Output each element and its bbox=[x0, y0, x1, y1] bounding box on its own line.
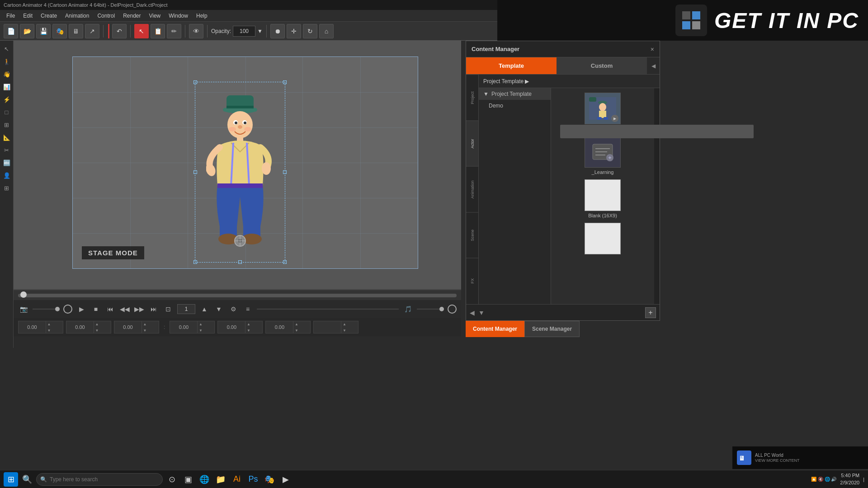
num-up-5[interactable]: ▲ bbox=[245, 321, 251, 327]
eye-btn[interactable]: 👁 bbox=[189, 24, 203, 38]
taskbar-search[interactable]: 🔍 bbox=[36, 473, 163, 486]
handle-br[interactable] bbox=[283, 260, 287, 264]
toolbar-btn-5[interactable]: 🖥 bbox=[69, 24, 83, 38]
prev-frame-btn[interactable]: ◀◀ bbox=[119, 304, 130, 314]
taskbar-ps[interactable]: Ps bbox=[246, 472, 260, 487]
num-dn-3[interactable]: ▼ bbox=[142, 327, 148, 333]
menu-window[interactable]: Window bbox=[165, 12, 192, 20]
cm-prev-arrow[interactable]: ◀ bbox=[470, 309, 475, 316]
num-field-4[interactable]: ▲ ▼ bbox=[170, 321, 215, 333]
num-field-1[interactable]: ▲ ▼ bbox=[18, 321, 63, 333]
left-btn-4[interactable]: 📊 bbox=[1, 81, 12, 92]
cm-scrollbar[interactable] bbox=[654, 88, 660, 304]
side-tab-project[interactable]: Project bbox=[466, 75, 478, 121]
left-btn-6[interactable]: □ bbox=[1, 107, 12, 117]
taskbar-taskview[interactable]: ▣ bbox=[181, 472, 195, 487]
num-dn-7[interactable]: ▼ bbox=[341, 327, 347, 333]
magic-btn[interactable]: ✏ bbox=[167, 24, 181, 38]
num-up-4[interactable]: ▲ bbox=[198, 321, 203, 327]
num-up-1[interactable]: ▲ bbox=[46, 321, 52, 327]
num-field-3[interactable]: ▲ ▼ bbox=[114, 321, 159, 333]
new-btn[interactable]: 📄 bbox=[4, 24, 18, 38]
menu-file[interactable]: File bbox=[3, 12, 19, 20]
record-btn[interactable]: ⏺ bbox=[270, 24, 285, 38]
tab-template[interactable]: Template bbox=[466, 57, 557, 74]
cm-thumb-learning[interactable] bbox=[585, 136, 621, 168]
handle-bl[interactable] bbox=[193, 260, 197, 264]
menu-create[interactable]: Create bbox=[37, 12, 61, 20]
left-btn-8[interactable]: 📐 bbox=[1, 132, 12, 143]
taskbar-chrome[interactable]: 🌐 bbox=[197, 472, 212, 487]
demo-play-icon[interactable]: ▶ bbox=[611, 115, 618, 122]
num-up-7[interactable]: ▲ bbox=[341, 321, 347, 327]
timeline-track-inner[interactable] bbox=[18, 294, 457, 297]
toolbar-btn-6[interactable]: ↗ bbox=[85, 24, 99, 38]
timeline-expand-btn[interactable]: ≡ bbox=[242, 304, 253, 314]
left-btn-10[interactable]: 🔤 bbox=[1, 157, 12, 168]
num-input-2[interactable] bbox=[66, 324, 94, 330]
menu-animation[interactable]: Animation bbox=[61, 12, 93, 20]
save-btn[interactable]: 💾 bbox=[36, 24, 51, 38]
home-btn[interactable]: ⌂ bbox=[319, 24, 334, 38]
frame-input[interactable] bbox=[177, 304, 195, 314]
folder-project-template[interactable]: ▼ Project Template bbox=[479, 88, 551, 100]
cm-next-arrow[interactable]: ▼ bbox=[478, 309, 485, 316]
num-input-1[interactable] bbox=[19, 324, 46, 330]
num-dn-4[interactable]: ▼ bbox=[198, 327, 203, 333]
move-btn[interactable]: ✛ bbox=[287, 24, 301, 38]
num-field-7[interactable]: ▲ ▼ bbox=[313, 321, 359, 333]
character[interactable] bbox=[204, 84, 276, 251]
prev-key-btn[interactable]: ⏮ bbox=[105, 304, 116, 314]
handle-bm[interactable] bbox=[238, 260, 242, 264]
cm-item-blank[interactable]: Blank (16X9) bbox=[585, 179, 621, 218]
side-tab-scene[interactable]: Scene bbox=[466, 212, 478, 258]
rotate-btn[interactable]: ↻ bbox=[303, 24, 317, 38]
side-tab-fx[interactable]: FX bbox=[466, 258, 478, 304]
frame-up[interactable]: ▲ bbox=[199, 304, 210, 314]
num-dn-6[interactable]: ▼ bbox=[293, 327, 299, 333]
side-tab-animation[interactable]: Animation bbox=[466, 166, 478, 212]
num-up-3[interactable]: ▲ bbox=[142, 321, 148, 327]
copy-btn[interactable]: 📋 bbox=[151, 24, 165, 38]
num-field-5[interactable]: ▲ ▼ bbox=[217, 321, 263, 333]
taskbar-next[interactable]: ▶ bbox=[278, 472, 293, 487]
handle-tr[interactable] bbox=[283, 80, 287, 84]
cm-thumb-demo[interactable]: ▶ bbox=[585, 93, 621, 124]
num-up-6[interactable]: ▲ bbox=[293, 321, 299, 327]
num-input-7[interactable] bbox=[314, 324, 341, 330]
side-tab-actor[interactable]: Actor bbox=[466, 121, 478, 167]
num-input-6[interactable] bbox=[266, 324, 293, 330]
menu-control[interactable]: Control bbox=[94, 12, 118, 20]
num-field-2[interactable]: ▲ ▼ bbox=[66, 321, 111, 333]
taskbar-ai[interactable]: Ai bbox=[230, 472, 244, 487]
next-frame-btn[interactable]: ▶▶ bbox=[134, 304, 145, 314]
open-btn[interactable]: 📂 bbox=[20, 24, 34, 38]
timeline-playhead[interactable] bbox=[20, 291, 27, 298]
num-dn-1[interactable]: ▼ bbox=[46, 327, 52, 333]
show-desktop[interactable]: | bbox=[863, 477, 864, 482]
cm-thumb-blank[interactable] bbox=[585, 179, 621, 211]
opacity-input[interactable] bbox=[233, 26, 255, 37]
cm-close-button[interactable]: × bbox=[651, 46, 654, 53]
menu-render[interactable]: Render bbox=[119, 12, 144, 20]
timeline-track[interactable] bbox=[14, 290, 461, 301]
undo-btn[interactable]: ↶ bbox=[112, 24, 127, 38]
cm-tab-collapse[interactable]: ◀ bbox=[647, 57, 660, 74]
tab-content-manager[interactable]: Content Manager bbox=[466, 321, 524, 337]
cm-add-button[interactable]: + bbox=[645, 307, 656, 318]
left-btn-7[interactable]: ⊞ bbox=[1, 119, 12, 130]
menu-view[interactable]: View bbox=[145, 12, 164, 20]
menu-help[interactable]: Help bbox=[193, 12, 211, 20]
next-key-btn[interactable]: ⏭ bbox=[148, 304, 159, 314]
left-btn-5[interactable]: ⚡ bbox=[1, 94, 12, 105]
left-btn-1[interactable]: ↖ bbox=[1, 43, 12, 54]
taskbar-explorer[interactable]: 📁 bbox=[213, 472, 228, 487]
tab-scene-manager[interactable]: Scene Manager bbox=[524, 321, 580, 337]
num-input-4[interactable] bbox=[170, 324, 197, 330]
handle-ml[interactable] bbox=[193, 170, 197, 174]
tab-custom[interactable]: Custom bbox=[557, 57, 647, 74]
left-btn-9[interactable]: ✂ bbox=[1, 145, 12, 155]
opacity-dropdown-icon[interactable]: ▼ bbox=[257, 28, 263, 34]
play-btn[interactable]: ▶ bbox=[76, 304, 87, 314]
capture-btn[interactable]: 📷 bbox=[18, 304, 29, 314]
